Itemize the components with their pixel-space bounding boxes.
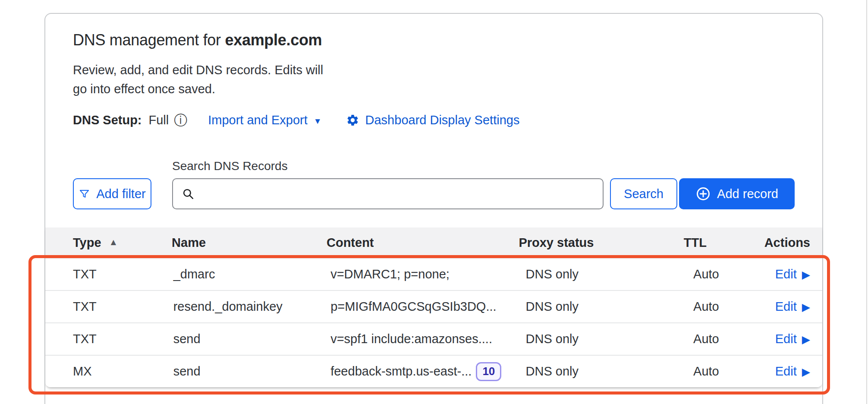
- page-title-domain: example.com: [225, 31, 322, 49]
- add-record-label: Add record: [717, 187, 778, 201]
- dns-setup-row: DNS Setup: Full ⓘ Import and Export ▼ Da…: [73, 113, 795, 127]
- cell-name: send: [173, 364, 331, 379]
- page-title: DNS management forexample.com: [73, 31, 795, 49]
- table-row: TXT _dmarc v=DMARC1; p=none; DNS only Au…: [45, 258, 822, 290]
- cell-type: TXT: [45, 300, 173, 314]
- dns-records-table: Type ▲ Name Content Proxy status TTL Act…: [45, 227, 822, 387]
- page-title-prefix: DNS management for: [73, 31, 221, 49]
- column-header-ttl: TTL: [684, 236, 764, 250]
- info-icon[interactable]: ⓘ: [174, 114, 187, 127]
- column-header-name: Name: [172, 236, 327, 250]
- plus-circle-icon: [695, 186, 711, 202]
- edit-record-link[interactable]: Edit ▶: [775, 364, 810, 379]
- cell-type: TXT: [45, 332, 173, 346]
- add-record-button[interactable]: Add record: [679, 178, 795, 209]
- search-button-label: Search: [624, 187, 664, 201]
- table-row: MX send feedback-smtp.us-east-... 10 DNS…: [45, 355, 822, 387]
- search-button[interactable]: Search: [610, 178, 677, 209]
- cell-proxy-status: DNS only: [526, 267, 693, 281]
- cell-name: resend._domainkey: [173, 300, 331, 314]
- controls-row: Add filter Search Add record: [73, 178, 795, 209]
- gear-icon: [346, 114, 359, 127]
- edit-label: Edit: [775, 364, 797, 379]
- arrow-right-icon: ▶: [802, 366, 810, 377]
- cell-ttl: Auto: [693, 364, 775, 379]
- dns-setup-value: Full: [149, 113, 169, 127]
- arrow-right-icon: ▶: [802, 333, 810, 345]
- table-row: TXT resend._domainkey p=MIGfMA0GCSqGSIb3…: [45, 290, 822, 322]
- dashboard-display-settings-link[interactable]: Dashboard Display Settings: [346, 113, 520, 127]
- dns-management-page: DNS management forexample.com Review, ad…: [0, 0, 868, 404]
- edit-label: Edit: [775, 332, 797, 346]
- cell-content: p=MIGfMA0GCSqGSIb3DQ...: [330, 300, 525, 314]
- edit-label: Edit: [775, 267, 797, 281]
- table-row: TXT send v=spf1 include:amazonses.... DN…: [45, 322, 822, 355]
- dashboard-display-settings-label: Dashboard Display Settings: [365, 113, 520, 127]
- edit-record-link[interactable]: Edit ▶: [775, 300, 810, 314]
- arrow-right-icon: ▶: [802, 301, 810, 312]
- chevron-down-icon: ▼: [314, 116, 322, 125]
- search-label: Search DNS Records: [172, 159, 795, 173]
- add-filter-label: Add filter: [96, 187, 145, 201]
- column-header-type[interactable]: Type ▲: [45, 236, 172, 250]
- cell-type: MX: [45, 364, 173, 379]
- import-export-link[interactable]: Import and Export ▼: [208, 113, 321, 127]
- cell-proxy-status: DNS only: [526, 300, 693, 314]
- edit-record-link[interactable]: Edit ▶: [775, 267, 810, 281]
- column-header-actions: Actions: [764, 236, 822, 250]
- arrow-right-icon: ▶: [802, 268, 810, 280]
- sort-asc-icon: ▲: [109, 237, 118, 248]
- page-subtitle: Review, add, and edit DNS records. Edits…: [73, 60, 795, 98]
- add-filter-button[interactable]: Add filter: [73, 178, 151, 209]
- search-icon: [182, 187, 195, 201]
- window-edge-line: [866, 0, 867, 404]
- priority-badge: 10: [476, 362, 501, 381]
- cell-type: TXT: [45, 267, 173, 281]
- cell-proxy-status: DNS only: [526, 364, 693, 379]
- cell-ttl: Auto: [693, 267, 775, 281]
- edit-record-link[interactable]: Edit ▶: [775, 332, 810, 346]
- cell-content: v=DMARC1; p=none;: [330, 267, 525, 281]
- cell-content: feedback-smtp.us-east-...: [330, 364, 472, 379]
- search-input[interactable]: [195, 179, 603, 208]
- cell-name: send: [173, 332, 331, 346]
- column-header-content: Content: [327, 236, 519, 250]
- cell-name: _dmarc: [173, 267, 331, 281]
- dns-setup-label: DNS Setup:: [73, 113, 142, 127]
- cell-ttl: Auto: [693, 300, 775, 314]
- funnel-icon: [79, 188, 90, 200]
- search-box: [172, 178, 604, 209]
- table-header-row: Type ▲ Name Content Proxy status TTL Act…: [45, 227, 822, 258]
- column-header-type-label: Type: [73, 236, 101, 250]
- cell-ttl: Auto: [693, 332, 775, 346]
- cell-content: v=spf1 include:amazonses....: [330, 332, 525, 346]
- dns-management-card: DNS management forexample.com Review, ad…: [44, 13, 823, 404]
- column-header-proxy-status: Proxy status: [519, 236, 683, 250]
- import-export-label: Import and Export: [208, 113, 308, 127]
- edit-label: Edit: [775, 300, 797, 314]
- cell-proxy-status: DNS only: [526, 332, 693, 346]
